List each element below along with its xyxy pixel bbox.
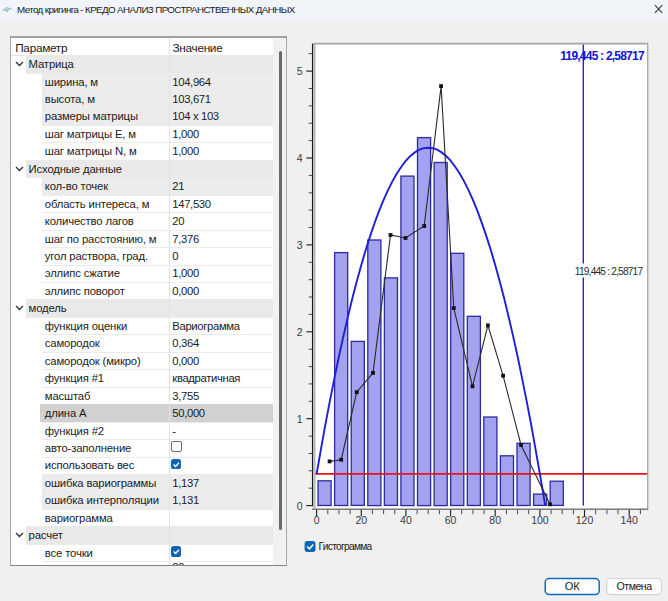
svg-text:3: 3: [297, 239, 303, 251]
svg-text:100: 100: [531, 514, 549, 526]
svg-text:60: 60: [445, 514, 457, 526]
svg-text:40: 40: [400, 514, 412, 526]
svg-text:119,445 : 2,58717: 119,445 : 2,58717: [560, 49, 645, 63]
svg-text:0: 0: [297, 500, 303, 512]
svg-text:Отмена: Отмена: [617, 580, 653, 592]
svg-text:119,445 : 2,58717: 119,445 : 2,58717: [575, 266, 644, 277]
svg-text:120: 120: [576, 514, 594, 526]
svg-text:140: 140: [620, 514, 638, 526]
svg-text:0: 0: [314, 514, 320, 526]
svg-text:2: 2: [297, 326, 303, 338]
svg-text:1: 1: [297, 413, 303, 425]
svg-text:80: 80: [489, 514, 501, 526]
svg-text:4: 4: [297, 152, 303, 164]
svg-text:5: 5: [297, 65, 303, 77]
svg-text:Гистограмма: Гистограмма: [319, 541, 373, 552]
svg-text:ОК: ОК: [565, 580, 581, 592]
svg-text:20: 20: [355, 514, 367, 526]
